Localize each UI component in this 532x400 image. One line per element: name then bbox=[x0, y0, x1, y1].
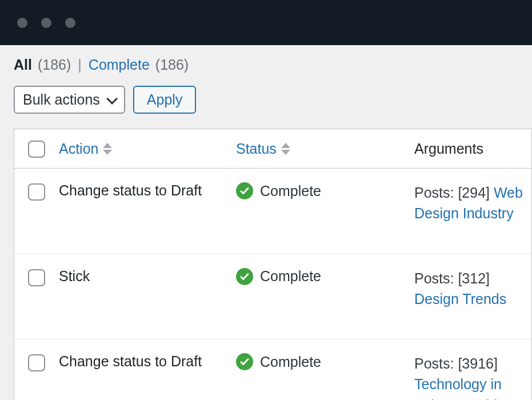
args-prefix: Posts: [294] bbox=[414, 185, 494, 201]
apply-button[interactable]: Apply bbox=[133, 86, 197, 114]
filter-separator: | bbox=[78, 57, 82, 73]
table-header-row: Action Status Arguments bbox=[14, 129, 531, 169]
traffic-light-zoom[interactable] bbox=[65, 18, 75, 28]
args-prefix: Posts: [3916] bbox=[414, 355, 498, 371]
row-status: Complete bbox=[236, 182, 414, 199]
filter-complete[interactable]: Complete bbox=[89, 57, 150, 73]
column-header-action[interactable]: Action bbox=[59, 141, 112, 157]
row-action: Change status to Draft bbox=[59, 353, 236, 370]
actions-table: Action Status Arguments Change status bbox=[14, 129, 532, 400]
select-all-checkbox[interactable] bbox=[28, 141, 45, 158]
column-header-status-label: Status bbox=[236, 141, 277, 157]
row-arguments: Posts: [294] Web Design Industry bbox=[414, 182, 531, 224]
row-arguments: Posts: [312] Design Trends bbox=[414, 268, 531, 310]
args-prefix: Posts: [312] bbox=[414, 270, 490, 286]
window-titlebar bbox=[0, 0, 532, 45]
filter-all[interactable]: All bbox=[14, 57, 32, 73]
status-filter-bar: All (186) | Complete (186) bbox=[14, 57, 532, 73]
row-status: Complete bbox=[236, 353, 414, 370]
table-row: Change status to Draft Complete Posts: [… bbox=[14, 339, 531, 400]
column-header-status[interactable]: Status bbox=[236, 141, 290, 157]
filter-all-count: (186) bbox=[38, 57, 71, 73]
bulk-actions-select[interactable]: Bulk actions bbox=[14, 86, 125, 114]
table-row: Stick Complete Posts: [312] Design Trend… bbox=[14, 254, 531, 340]
check-circle-icon bbox=[236, 182, 253, 199]
check-circle-icon bbox=[236, 353, 253, 370]
chevron-down-icon bbox=[106, 93, 118, 104]
row-checkbox[interactable] bbox=[28, 354, 45, 371]
column-header-arguments: Arguments bbox=[414, 141, 531, 157]
row-checkbox[interactable] bbox=[28, 183, 45, 201]
row-status: Complete bbox=[236, 268, 414, 285]
row-status-label: Complete bbox=[260, 183, 321, 199]
filter-complete-count: (186) bbox=[155, 57, 189, 73]
row-status-label: Complete bbox=[260, 268, 321, 285]
traffic-light-close[interactable] bbox=[17, 18, 27, 28]
row-checkbox[interactable] bbox=[28, 269, 45, 286]
row-status-label: Complete bbox=[260, 354, 321, 370]
bulk-toolbar: Bulk actions Apply bbox=[14, 86, 532, 114]
check-circle-icon bbox=[236, 268, 253, 285]
post-link[interactable]: Technology in today's world bbox=[414, 376, 502, 400]
sort-icon bbox=[281, 143, 290, 155]
column-header-action-label: Action bbox=[59, 141, 98, 157]
row-action: Stick bbox=[59, 268, 236, 285]
sort-icon bbox=[103, 143, 112, 155]
row-arguments: Posts: [3916] Technology in today's worl… bbox=[414, 353, 531, 400]
post-link[interactable]: Design Trends bbox=[414, 291, 506, 307]
traffic-light-minimize[interactable] bbox=[41, 18, 51, 28]
bulk-actions-label: Bulk actions bbox=[23, 91, 100, 108]
row-action: Change status to Draft bbox=[59, 182, 236, 199]
table-row: Change status to Draft Complete Posts: [… bbox=[14, 169, 531, 254]
